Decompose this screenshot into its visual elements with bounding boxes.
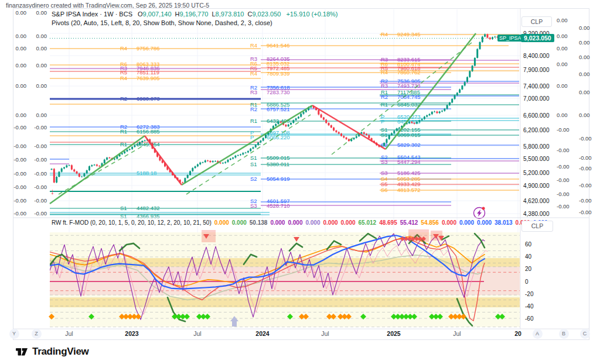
zero-value-label: -0.00 — [579, 154, 592, 161]
candle-body — [446, 105, 448, 109]
time-axis-label[interactable]: 20 — [514, 330, 521, 337]
candle-body — [295, 118, 297, 120]
currency-button-indicator[interactable]: CLP — [521, 221, 553, 232]
indicator-scale-tick: -60 — [525, 315, 534, 322]
time-axis-label[interactable]: Jul — [321, 330, 329, 337]
pivot-indicator-legend[interactable]: Pivots (20, Auto, 15, Left, 8, 20, Show … — [52, 19, 272, 26]
candle-body — [325, 120, 327, 123]
pivot-level-label: R1 — [120, 141, 127, 147]
axis-quick-button-a[interactable]: A — [533, 329, 543, 339]
symbol-legend[interactable]: S&P IPSA Index · 1W · BCS O9,007,140H9,1… — [52, 11, 338, 18]
zero-value-label: -0.00 — [579, 165, 592, 171]
zero-value-label: -0.00 — [34, 197, 47, 204]
candle-body — [408, 122, 410, 123]
candle-body — [472, 66, 473, 71]
pivot-level-label: S1 — [120, 213, 127, 219]
candle-body — [250, 149, 251, 151]
zero-value-label: -0.00 — [579, 197, 592, 204]
zero-value-label: 0.00 — [579, 112, 590, 118]
oscillator-status-value: 0.000 — [270, 219, 285, 226]
oscillator-status-value: 65.012 — [359, 219, 377, 226]
last-price-badge: 9,023.050 — [521, 34, 554, 42]
candle-body — [141, 141, 143, 142]
pivot-level-value: 6757.521 — [267, 106, 290, 112]
chart-canvas[interactable]: R49756.786R68063.333R37946.836R57851.119… — [0, 0, 600, 364]
ohlc-value: 8,973.810 — [216, 11, 244, 18]
zero-value-label: 0.00 — [16, 45, 27, 51]
candle-body — [429, 114, 431, 115]
pivot-level-label: S2 — [250, 176, 257, 182]
pivot-level-label: R1 — [120, 128, 127, 135]
candle-body — [234, 156, 236, 157]
ohlc-value: 9,023.050 — [252, 11, 281, 18]
pivot-level-label: R2 — [120, 95, 127, 102]
currency-button-main[interactable]: CLP — [521, 16, 552, 27]
pivot-level-label: S1 — [120, 205, 127, 211]
tradingview-logo-icon — [15, 345, 28, 358]
indicator-scale-tick: 60 — [525, 241, 532, 248]
candle-body — [114, 159, 115, 159]
zero-value-label: -0.00 — [34, 210, 47, 217]
candle-body — [81, 177, 83, 177]
pivot-level-label: S3 — [381, 159, 388, 165]
candle-body — [388, 135, 390, 139]
zero-value-label: -0.00 — [579, 209, 592, 215]
change-value: +15.910 (+0.18%) — [286, 11, 338, 18]
candle-body — [383, 143, 385, 146]
candle-body — [436, 112, 438, 113]
candle-body — [454, 95, 456, 99]
chart-red-down-arrow: ↓ — [50, 187, 54, 196]
candle-body — [227, 160, 229, 162]
zero-value-label: -0.00 — [34, 184, 47, 190]
zero-value-label: 0.00 — [557, 17, 568, 23]
candle-body — [56, 177, 57, 183]
pivot-level-label: S1 — [250, 161, 257, 167]
time-axis-label[interactable]: Jul — [65, 330, 73, 337]
time-axis-label[interactable]: 2025 — [387, 330, 401, 337]
candle-body — [393, 131, 395, 133]
price-scale-tick: 6,600.000 — [523, 112, 550, 119]
candle-body — [321, 115, 322, 118]
candle-body — [418, 121, 420, 122]
candle-body — [189, 171, 191, 175]
candle-body — [83, 173, 85, 176]
candle-body — [431, 112, 433, 114]
zero-value-label: -0.00 — [557, 177, 570, 183]
candle-body — [338, 132, 340, 133]
candle-body — [69, 165, 70, 166]
pivot-level-label: R4 — [250, 42, 257, 49]
oscillator-title[interactable]: RW ft. F-MOD (0, 20, 10, 1, 5, 0, 20, 10… — [52, 219, 212, 226]
time-axis-label[interactable]: 2023 — [125, 330, 139, 337]
pivot-level-value: 5447.294 — [397, 159, 421, 165]
axis-quick-button-y[interactable]: Y — [9, 329, 19, 339]
axis-quick-button-c[interactable]: C — [580, 329, 590, 339]
candle-body — [86, 170, 88, 173]
candle-body — [494, 37, 496, 37]
candle-body — [391, 133, 393, 135]
candle-body — [469, 71, 471, 77]
axis-quick-button-b[interactable]: B — [559, 329, 569, 339]
zero-value-label: 0.00 — [36, 83, 47, 89]
time-axis-label[interactable]: Jul — [453, 330, 461, 337]
tradingview-logo[interactable]: TradingView — [15, 345, 89, 358]
candle-body — [242, 153, 244, 154]
axis-quick-button-z[interactable]: Z — [32, 329, 42, 339]
candle-body — [474, 58, 476, 66]
candle-body — [129, 149, 131, 150]
candle-body — [58, 172, 60, 177]
candle-body — [292, 120, 294, 123]
pivot-level-value: 5509.015 — [267, 154, 290, 161]
indicator-scale-tick: 20 — [525, 266, 532, 272]
candle-body — [61, 169, 63, 172]
candle-body — [108, 157, 110, 158]
time-axis-label[interactable]: 2024 — [255, 330, 270, 337]
candle-body — [459, 90, 461, 93]
candle-body — [139, 142, 141, 145]
pivot-level-value: 6845.032 — [397, 101, 421, 108]
oscillator-status-value: 38.013 — [495, 219, 513, 226]
oscillator-legend[interactable]: RW ft. F-MOD (0, 20, 10, 1, 5, 0, 20, 10… — [52, 219, 548, 226]
zero-value-label: -0.00 — [557, 203, 570, 210]
indicator-scale-tick: -20 — [525, 291, 534, 297]
time-axis-label[interactable]: Jul — [193, 330, 201, 337]
symbol-title[interactable]: S&P IPSA Index · 1W · BCS — [52, 11, 132, 18]
